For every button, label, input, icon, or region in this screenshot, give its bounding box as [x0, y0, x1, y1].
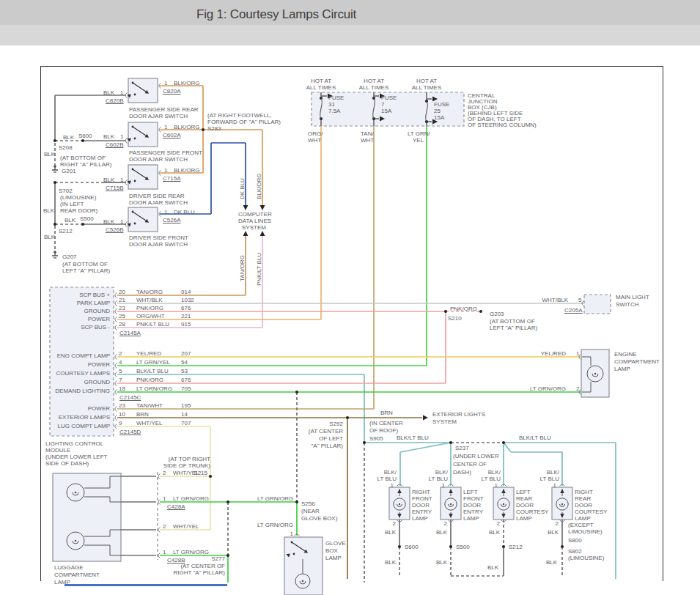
- splice-dot: [363, 441, 366, 444]
- bulb-dot: [302, 580, 304, 583]
- central-junction-box-box: [312, 92, 464, 126]
- splice-dot: [81, 223, 84, 226]
- main-light-switch-box: [584, 295, 611, 314]
- bulb-dot: [450, 503, 452, 505]
- splice-dot: [502, 545, 505, 548]
- connector-pin: [115, 407, 117, 412]
- connector-pin: [115, 363, 117, 369]
- connector-pin: [397, 484, 402, 487]
- splice-dot: [226, 554, 229, 557]
- switch-contact: [134, 223, 136, 225]
- bulb-dot: [503, 503, 504, 505]
- connector-pin: [115, 372, 117, 377]
- switch-contact: [134, 94, 136, 96]
- connector-pin: [115, 317, 117, 322]
- splice-dot: [398, 545, 401, 548]
- splice-dot: [54, 181, 56, 184]
- splice-dot: [449, 545, 452, 548]
- splice-dot: [561, 545, 564, 548]
- splice-dot: [226, 500, 229, 503]
- connector-pin: [115, 381, 117, 386]
- connector-pin: [115, 301, 117, 306]
- lighting-control-module-box: [50, 287, 114, 436]
- connector-pin: [125, 222, 128, 227]
- connector-pin: [115, 309, 117, 314]
- splice-dot: [295, 391, 298, 393]
- wire-blkltblu: [504, 443, 511, 452]
- splice-dot: [54, 223, 56, 226]
- splice-dot: [202, 128, 205, 131]
- luggage-compartment-lamp-box: [53, 473, 121, 561]
- glove-box-lamp-box: [284, 537, 323, 595]
- switch-contact: [134, 180, 136, 182]
- bulb-dot: [75, 492, 77, 494]
- circuit-artwork: [0, 0, 700, 595]
- flow-arrow-down: [260, 205, 265, 210]
- splice-dot: [209, 475, 212, 478]
- connector-pin: [115, 415, 117, 421]
- splice-dot: [502, 441, 505, 444]
- switch-contact: [134, 138, 136, 140]
- connector-pin: [125, 180, 128, 185]
- wire-blkltblu: [400, 443, 451, 452]
- connector-pin: [125, 93, 128, 98]
- bulb-dot: [561, 503, 563, 505]
- bulb-dot: [75, 540, 77, 542]
- connector-pin: [115, 424, 117, 429]
- connector-pin: [115, 390, 117, 395]
- connector-pin: [115, 325, 117, 330]
- bulb-dot: [399, 503, 400, 505]
- splice-dot: [54, 139, 56, 142]
- flow-arrow-down: [243, 205, 248, 210]
- flow-arrow-up: [260, 231, 265, 236]
- flow-arrow-up: [243, 231, 248, 236]
- connector-pin: [115, 293, 117, 298]
- splice-dot: [295, 500, 298, 503]
- splice-dot: [81, 139, 84, 142]
- splice-dot: [449, 441, 452, 444]
- connector-pin: [115, 355, 117, 360]
- connector-pin: [125, 138, 128, 144]
- clipped-element-edge: [65, 584, 227, 586]
- flow-arrow-right: [423, 415, 428, 421]
- bulb-dot: [594, 373, 597, 375]
- wiring-diagram-page: Fig 1: Courtesy Lamps Circuit 1BLK/ORGC8…: [0, 0, 700, 595]
- splice-dot: [346, 416, 349, 419]
- splice-dot: [444, 310, 447, 313]
- switch-contact: [293, 553, 295, 555]
- splice-dot: [479, 310, 482, 313]
